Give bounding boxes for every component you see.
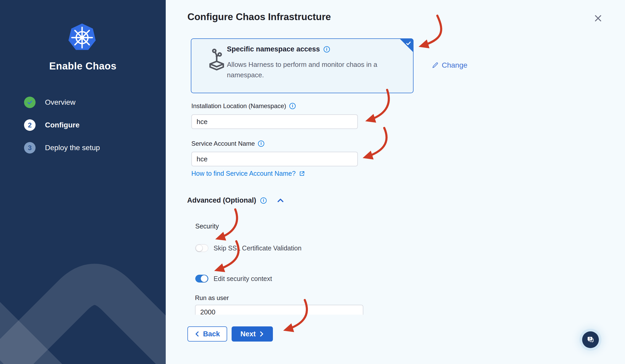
- sidebar-step-configure[interactable]: 2 Configure: [24, 119, 79, 131]
- kubernetes-logo: [68, 23, 96, 52]
- back-button[interactable]: Back: [187, 326, 227, 342]
- close-icon[interactable]: [592, 13, 604, 24]
- namespace-field-label: Installation Location (Namespace) i: [191, 102, 296, 110]
- configure-chaos-infrastructure-screen: Enable Chaos Overview 2 Configure 3 Depl…: [0, 0, 625, 364]
- harness-logo-watermark: [0, 0, 166, 364]
- wizard-title: Enable Chaos: [0, 61, 166, 72]
- edit-security-context-toggle[interactable]: [195, 275, 208, 283]
- advanced-section-header: Advanced (Optional) i: [187, 196, 284, 204]
- help-chat-icon: ?: [586, 335, 595, 345]
- next-button-label: Next: [240, 330, 256, 338]
- chevron-right-icon: [259, 331, 264, 337]
- annotation-arrow: [421, 16, 441, 46]
- pencil-icon: [432, 62, 439, 69]
- step-number-badge: 3: [24, 142, 36, 154]
- service-account-field-label: Service Account Name i: [191, 140, 264, 147]
- next-button[interactable]: Next: [232, 326, 273, 342]
- card-title: Specific namespace access: [227, 45, 320, 53]
- info-icon[interactable]: i: [260, 197, 267, 204]
- change-link-label: Change: [442, 61, 467, 69]
- help-link-label: How to find Service Account Name?: [191, 170, 296, 177]
- service-account-input[interactable]: [191, 152, 358, 166]
- run-as-user-clipped-region: [195, 305, 363, 315]
- step-label: Overview: [45, 98, 76, 107]
- edit-security-context-toggle-row[interactable]: Edit security context: [195, 275, 272, 283]
- namespace-input[interactable]: [191, 114, 358, 129]
- info-icon[interactable]: i: [258, 140, 264, 147]
- toggle-label: Edit security context: [214, 275, 272, 283]
- sidebar-step-overview[interactable]: Overview: [24, 97, 76, 108]
- toggle-label: Skip SSL Certificate Validation: [214, 244, 301, 252]
- external-link-icon: [299, 171, 305, 177]
- namespace-access-card[interactable]: Specific namespace access i Allows Harne…: [191, 38, 414, 93]
- annotation-arrow: [218, 209, 237, 238]
- page-title: Configure Chaos Infrastructure: [187, 11, 331, 22]
- step-number-badge: 2: [24, 119, 36, 131]
- info-icon[interactable]: i: [289, 103, 296, 109]
- back-button-label: Back: [203, 330, 220, 338]
- help-chat-button[interactable]: ?: [582, 331, 599, 348]
- annotation-arrow: [368, 90, 389, 120]
- skip-ssl-toggle[interactable]: [195, 244, 208, 252]
- step-label: Configure: [45, 121, 79, 129]
- service-account-help-link[interactable]: How to find Service Account Name?: [191, 170, 305, 177]
- run-as-user-input[interactable]: [195, 305, 363, 315]
- card-description: Allows Harness to perform and monitor ch…: [227, 59, 394, 80]
- sidebar-step-deploy[interactable]: 3 Deploy the setup: [24, 142, 100, 154]
- wizard-sidebar: Enable Chaos Overview 2 Configure 3 Depl…: [0, 0, 166, 364]
- step-done-check-icon: [24, 97, 36, 108]
- check-icon: [405, 40, 412, 46]
- change-link[interactable]: Change: [432, 61, 467, 69]
- namespace-box-icon: [207, 47, 226, 76]
- info-icon[interactable]: i: [324, 46, 330, 52]
- run-as-user-label: Run as user: [195, 294, 229, 302]
- step-label: Deploy the setup: [45, 144, 100, 152]
- security-group-label: Security: [195, 222, 219, 230]
- chevron-up-icon[interactable]: [277, 197, 284, 204]
- svg-text:?: ?: [589, 337, 591, 341]
- skip-ssl-toggle-row[interactable]: Skip SSL Certificate Validation: [195, 244, 301, 252]
- advanced-label: Advanced (Optional): [187, 196, 256, 204]
- chevron-left-icon: [195, 331, 199, 337]
- annotation-arrow: [365, 128, 387, 157]
